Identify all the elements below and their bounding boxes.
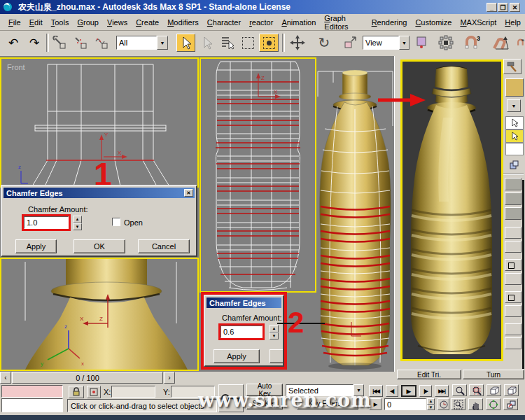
wireframe-bottle-viewport[interactable]: Z X xyxy=(200,57,316,293)
current-frame-field[interactable]: 0 xyxy=(384,398,426,410)
go-to-end-icon[interactable]: ▶▶| xyxy=(435,385,449,397)
spinner-up-icon[interactable]: ▲ xyxy=(427,398,435,405)
pin-stack-icon[interactable] xyxy=(505,116,524,130)
menu-character[interactable]: Character xyxy=(203,16,245,29)
select-and-link-icon[interactable] xyxy=(50,34,69,52)
cancel-button[interactable]: Cancel xyxy=(138,239,190,253)
chamfer-amount-field-2[interactable]: 0.6 xyxy=(220,326,262,338)
modifier-dropdown-arrow[interactable]: ▼ xyxy=(507,99,521,112)
select-and-manipulate-icon[interactable] xyxy=(435,34,456,52)
region-zoom-icon[interactable] xyxy=(451,398,465,410)
play-animation-icon[interactable]: ▶ xyxy=(401,385,416,397)
menu-file[interactable]: File xyxy=(4,16,25,29)
zoom-icon[interactable] xyxy=(452,384,467,396)
open-checkbox[interactable] xyxy=(112,218,120,226)
close-button[interactable]: ✕ xyxy=(510,3,520,12)
ok-button-clipped[interactable] xyxy=(270,349,284,363)
panel-button[interactable] xyxy=(505,192,522,205)
angle-snap-toggle-icon[interactable] xyxy=(489,34,512,52)
panel-button[interactable] xyxy=(505,305,522,317)
time-configuration-icon[interactable] xyxy=(438,398,449,410)
menu-tools[interactable]: Tools xyxy=(47,16,74,29)
zoom-extents-icon[interactable] xyxy=(486,384,501,396)
chamfer-amount-spinner-2[interactable]: ▲ ▼ xyxy=(270,325,279,340)
macro-recorder-mini-listener[interactable] xyxy=(1,385,63,398)
pan-hand-icon[interactable] xyxy=(468,398,483,410)
show-end-result-icon[interactable] xyxy=(505,130,524,143)
spinner-down-icon[interactable]: ▼ xyxy=(73,223,82,231)
next-frame-icon[interactable]: |▶ xyxy=(419,385,432,397)
x-coordinate-field[interactable] xyxy=(111,386,155,398)
select-and-scale-icon[interactable] xyxy=(340,34,360,52)
snaps-toggle-icon[interactable]: 3 xyxy=(461,34,483,52)
make-unique-icon[interactable] xyxy=(505,143,524,155)
redo-icon[interactable]: ↷ xyxy=(25,34,43,52)
spinner-down-icon[interactable]: ▼ xyxy=(427,405,435,411)
menu-group[interactable]: Group xyxy=(73,16,103,29)
bind-to-space-warp-icon[interactable] xyxy=(92,34,111,52)
menu-reactor[interactable]: reactor xyxy=(245,16,277,29)
maxscript-mini-listener[interactable] xyxy=(1,398,63,412)
chamfer-dialog-1-close-icon[interactable]: ✕ xyxy=(184,189,193,197)
menu-rendering[interactable]: Rendering xyxy=(368,16,412,29)
select-by-name-icon[interactable] xyxy=(218,34,237,52)
menu-modifiers[interactable]: Modifiers xyxy=(163,16,203,29)
menu-maxscript[interactable]: MAXScript xyxy=(456,16,500,29)
minimize-button[interactable]: _ xyxy=(486,3,497,12)
panel-button[interactable] xyxy=(505,227,522,239)
panel-button[interactable] xyxy=(505,323,522,335)
ok-button[interactable]: OK xyxy=(74,239,125,253)
zoom-extents-all-icon[interactable] xyxy=(504,384,519,396)
panel-button[interactable] xyxy=(505,207,522,220)
selection-filter-dropdown[interactable]: All xyxy=(116,36,157,50)
chamfer-dialog-1-titlebar[interactable]: Chamfer Edges xyxy=(4,188,195,198)
menu-views[interactable]: Views xyxy=(103,16,132,29)
selection-filter-dropdown-arrow[interactable]: ▼ xyxy=(157,36,168,50)
utilities-tab-hammer-icon[interactable] xyxy=(503,59,522,74)
previous-frame-icon[interactable]: ◀| xyxy=(386,385,398,397)
select-cursor-icon[interactable] xyxy=(199,34,216,52)
panel-button[interactable] xyxy=(505,273,522,285)
spinner-up-icon[interactable]: ▲ xyxy=(73,216,82,223)
menu-edit[interactable]: Edit xyxy=(25,16,47,29)
spinner-up-icon[interactable]: ▲ xyxy=(270,325,279,332)
reference-coordinate-system-dropdown[interactable]: View xyxy=(363,36,399,50)
panel-button[interactable] xyxy=(505,241,522,253)
chamfer-amount-spinner-1[interactable]: ▲ ▼ xyxy=(73,216,82,230)
neck-closeup-viewport[interactable]: Z X z y x xyxy=(0,258,199,371)
selection-lock-icon[interactable] xyxy=(69,386,84,398)
absolute-mode-icon[interactable] xyxy=(87,386,101,398)
panel-button[interactable] xyxy=(505,291,522,303)
time-slider-next-icon[interactable]: › xyxy=(164,372,175,384)
panel-button[interactable] xyxy=(505,178,522,190)
maximize-button[interactable]: ❐ xyxy=(498,3,508,12)
chamfer-amount-field-1[interactable]: 1.0 xyxy=(24,216,69,229)
panel-scrollbar[interactable] xyxy=(522,180,524,369)
time-slider[interactable]: 0 / 100 xyxy=(12,372,163,384)
apply-button-2[interactable]: Apply xyxy=(214,349,260,363)
menu-animation[interactable]: Animation xyxy=(277,16,320,29)
coordinate-system-dropdown-arrow[interactable]: ▼ xyxy=(399,36,410,50)
object-color-swatch[interactable] xyxy=(505,78,524,97)
select-object-icon[interactable] xyxy=(176,34,195,52)
unlink-selection-icon[interactable] xyxy=(71,34,90,52)
arc-rotate-icon[interactable] xyxy=(486,398,500,410)
use-pivot-point-center-icon[interactable] xyxy=(413,34,430,52)
panel-button[interactable] xyxy=(505,259,522,271)
min-max-toggle-icon[interactable] xyxy=(503,398,518,410)
menu-customize[interactable]: Customize xyxy=(411,16,456,29)
remove-modifier-icon[interactable] xyxy=(509,160,519,170)
panel-button[interactable] xyxy=(505,337,522,349)
menu-help[interactable]: Help xyxy=(500,16,525,29)
undo-icon[interactable]: ↶ xyxy=(4,34,22,52)
frame-spinner[interactable]: ▲ ▼ xyxy=(427,398,435,410)
time-slider-prev-icon[interactable]: ‹ xyxy=(0,372,11,384)
apply-button-1[interactable]: Apply xyxy=(15,239,57,253)
menu-graph-editors[interactable]: Graph Editors xyxy=(320,12,367,33)
spinner-down-icon[interactable]: ▼ xyxy=(270,332,279,340)
window-crossing-toggle-icon[interactable] xyxy=(259,34,279,52)
turn-button[interactable]: Turn xyxy=(463,370,524,379)
edit-tri-button[interactable]: Edit Tri. xyxy=(397,370,461,379)
select-and-rotate-icon[interactable]: ↻ xyxy=(314,34,335,52)
select-and-move-icon[interactable] xyxy=(287,34,308,52)
